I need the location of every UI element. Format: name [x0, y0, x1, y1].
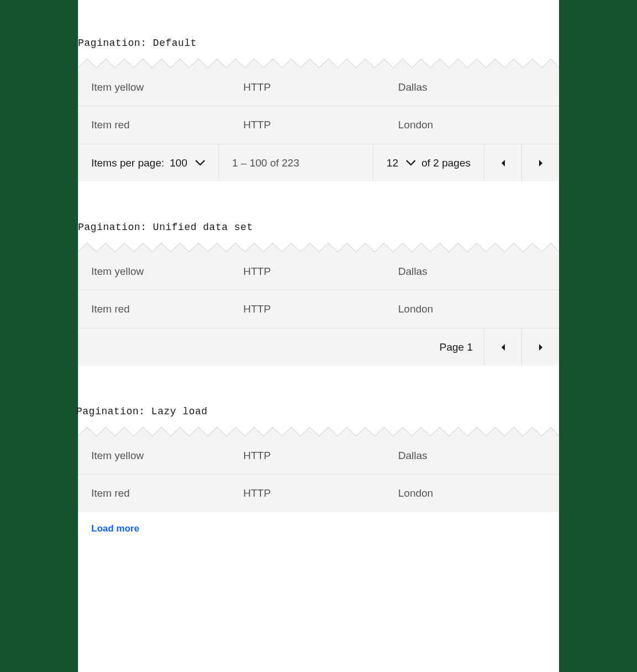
caret-right-icon	[538, 159, 544, 167]
section-label-lazy: Pagination: Lazy load	[76, 402, 559, 424]
section-label-unified: Pagination: Unified data set	[78, 217, 559, 239]
zigzag-divider	[78, 239, 559, 253]
cell-protocol: HTTP	[243, 487, 398, 499]
items-per-page-value: 100	[170, 157, 187, 169]
table-row: Item yellow HTTP Dallas	[78, 253, 559, 290]
table-row: Item red HTTP London	[78, 475, 559, 512]
of-pages-text: of 2 pages	[421, 157, 471, 169]
pagination-bar-default: Items per page: 100 1 – 100 of 223 12	[78, 144, 559, 181]
table-row: Item yellow HTTP Dallas	[78, 69, 559, 106]
cell-location: London	[398, 487, 546, 499]
svg-marker-2	[539, 160, 542, 166]
items-per-page-select[interactable]: 100	[170, 157, 205, 169]
cell-name: Item yellow	[91, 81, 243, 93]
next-page-button[interactable]	[521, 144, 559, 181]
cell-protocol: HTTP	[243, 119, 398, 131]
cell-protocol: HTTP	[243, 450, 398, 462]
caret-left-icon	[500, 343, 506, 351]
load-more-link[interactable]: Load more	[91, 523, 139, 534]
svg-marker-1	[502, 160, 505, 166]
pagination-range: 1 – 100 of 223	[232, 157, 300, 169]
prev-page-button[interactable]	[484, 144, 521, 181]
cell-name: Item red	[91, 119, 243, 131]
svg-marker-4	[502, 344, 505, 351]
cell-protocol: HTTP	[243, 81, 398, 93]
cell-location: Dallas	[398, 450, 546, 462]
cell-name: Item yellow	[91, 265, 243, 278]
pagination-bar-unified: Page 1	[78, 328, 559, 366]
caret-right-icon	[538, 343, 544, 351]
cell-name: Item yellow	[91, 450, 243, 462]
cell-location: Dallas	[398, 81, 546, 93]
table-default: Item yellow HTTP Dallas Item red HTTP Lo…	[78, 55, 559, 181]
table-row: Item yellow HTTP Dallas	[78, 437, 559, 475]
chevron-down-icon	[195, 160, 205, 166]
cell-protocol: HTTP	[243, 265, 398, 278]
cell-name: Item red	[91, 487, 243, 499]
page-select[interactable]: 12	[387, 157, 416, 169]
zigzag-divider	[78, 424, 559, 437]
prev-page-button[interactable]	[484, 329, 521, 366]
caret-left-icon	[500, 159, 506, 167]
svg-marker-5	[539, 344, 542, 351]
cell-location: London	[398, 303, 546, 315]
table-row: Item red HTTP London	[78, 106, 559, 144]
chevron-down-icon	[406, 160, 416, 166]
page-label: Page 1	[429, 341, 484, 353]
next-page-button[interactable]	[521, 329, 559, 366]
table-row: Item red HTTP London	[78, 290, 559, 328]
table-unified: Item yellow HTTP Dallas Item red HTTP Lo…	[78, 239, 559, 366]
table-lazy: Item yellow HTTP Dallas Item red HTTP Lo…	[78, 424, 559, 512]
section-label-default: Pagination: Default	[78, 33, 559, 55]
items-per-page-label: Items per page:	[91, 157, 164, 169]
page-value: 12	[387, 157, 398, 169]
cell-location: London	[398, 119, 546, 131]
zigzag-divider	[78, 55, 559, 69]
cell-location: Dallas	[398, 265, 546, 278]
cell-name: Item red	[91, 303, 243, 315]
cell-protocol: HTTP	[243, 303, 398, 315]
